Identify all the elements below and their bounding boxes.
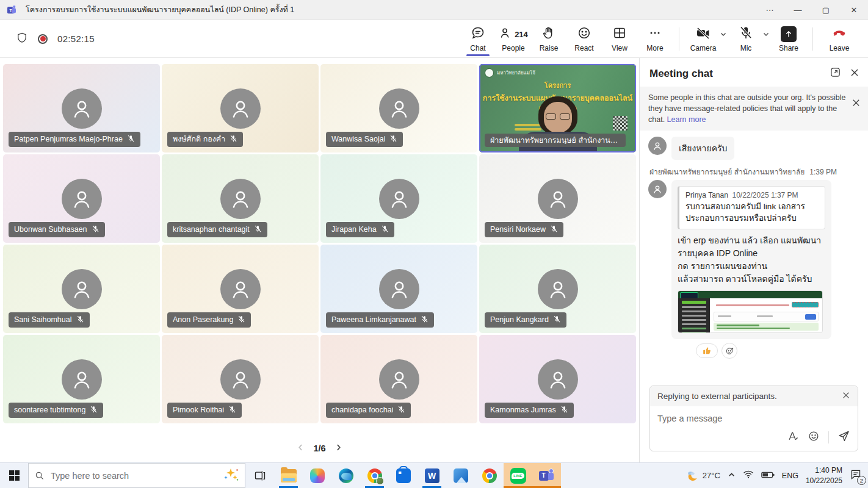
store-taskbar-icon[interactable] xyxy=(389,463,418,488)
chat-button[interactable]: Chat xyxy=(460,25,496,52)
raise-hand-icon xyxy=(541,26,556,43)
line-taskbar-icon[interactable]: LINE xyxy=(504,463,532,488)
wifi-icon[interactable] xyxy=(743,470,754,481)
start-button[interactable] xyxy=(0,463,28,488)
tray-expand-chevron-icon[interactable] xyxy=(728,470,736,481)
mic-off-icon xyxy=(90,406,98,415)
message-time: 1:39 PM xyxy=(809,168,837,176)
mic-off-icon xyxy=(553,315,561,325)
participant-nameplate: kritsanaphan chantagit xyxy=(167,222,267,238)
moon-cloud-icon xyxy=(685,470,699,482)
battery-icon[interactable] xyxy=(761,470,775,481)
window-close-button[interactable]: ✕ xyxy=(840,0,868,20)
window-more-button[interactable]: ⋯ xyxy=(756,0,784,20)
page-indicator: 1/6 xyxy=(313,443,325,453)
participant-tile[interactable]: Kamonmas Jumras xyxy=(479,335,636,423)
word-taskbar-icon[interactable]: W xyxy=(418,463,446,488)
participant-nameplate: Sani Saihomhual xyxy=(9,312,90,328)
participant-tile[interactable]: Sani Saihomhual xyxy=(3,245,160,333)
people-button[interactable]: 214 People xyxy=(496,25,531,52)
more-button[interactable]: More xyxy=(637,25,673,52)
participant-tile[interactable]: พงษ์ศักดิ์ กองคำ xyxy=(162,64,319,152)
language-indicator[interactable]: ENG xyxy=(782,472,798,480)
participant-tile[interactable]: Penjun Kangkard xyxy=(479,245,636,333)
file-explorer-taskbar-icon[interactable] xyxy=(274,463,303,488)
mic-off-icon xyxy=(228,406,236,415)
teams-taskbar-icon[interactable]: T xyxy=(532,463,561,488)
video-stage: Patpen Penjumras Maejo-Phrae พงษ์ศักดิ์ … xyxy=(0,58,639,462)
weather-widget[interactable]: 27°C xyxy=(685,470,720,482)
copilot-taskbar-icon[interactable] xyxy=(303,463,331,488)
participant-nameplate: Patpen Penjumras Maejo-Phrae xyxy=(9,132,140,148)
participant-name: Jirapan Keha xyxy=(331,226,377,234)
mic-off-icon xyxy=(230,135,237,145)
meeting-chat-panel: Meeting chat Some people in this chat ar… xyxy=(639,58,868,462)
edge-taskbar-icon[interactable] xyxy=(331,463,360,488)
participant-tile[interactable]: chanidapa foochai xyxy=(320,335,477,423)
participant-tile[interactable]: มหาวิทยาลัยแม่โจ้ โครงการการใช้งานระบบแผ… xyxy=(479,64,636,152)
mic-off-icon xyxy=(92,225,99,235)
chrome-taskbar-icon[interactable] xyxy=(475,463,504,488)
page-prev-icon[interactable] xyxy=(297,443,305,454)
emoji-icon[interactable] xyxy=(808,430,820,445)
notification-badge: 2 xyxy=(857,476,866,485)
mic-button[interactable]: Mic xyxy=(728,25,764,52)
learn-more-link[interactable]: Learn more xyxy=(667,115,706,124)
participant-grid: Patpen Penjumras Maejo-Phrae พงษ์ศักดิ์ … xyxy=(3,64,636,423)
window-minimize-button[interactable]: — xyxy=(784,0,812,20)
page-next-icon[interactable] xyxy=(335,443,342,454)
participant-name: Penjun Kangkard xyxy=(490,316,549,324)
participant-tile[interactable]: Jirapan Keha xyxy=(320,154,477,243)
dismiss-notice-icon[interactable] xyxy=(852,92,861,110)
participant-name: kritsanaphan chantagit xyxy=(173,226,250,234)
leave-button[interactable]: Leave xyxy=(819,25,859,52)
view-button[interactable]: View xyxy=(602,25,637,52)
avatar xyxy=(648,180,667,198)
chrome-profile-taskbar-icon[interactable] xyxy=(360,463,389,488)
task-view-button[interactable] xyxy=(245,463,274,488)
window-maximize-button[interactable]: ▢ xyxy=(812,0,840,20)
popout-chat-icon[interactable] xyxy=(830,66,841,81)
quote-author: Prinya Tanan xyxy=(685,191,728,199)
reply-banner: Replying to external participants. xyxy=(650,386,858,406)
photos-taskbar-icon[interactable] xyxy=(446,463,475,488)
notification-center-button[interactable]: 2 xyxy=(850,469,862,483)
participant-tile[interactable]: Anon Paserakung xyxy=(162,245,319,333)
search-input[interactable] xyxy=(51,471,217,481)
window-title: โครงการอบรมการใช้งานระบบแผนพัฒนารายบุคคล… xyxy=(26,4,294,16)
participant-tile[interactable]: Ubonwan Subhasaen xyxy=(3,154,160,243)
send-icon[interactable] xyxy=(837,429,850,445)
compose-box: Replying to external participants. xyxy=(649,386,858,451)
participant-tile[interactable]: Pensiri Norkaew xyxy=(479,154,636,243)
participant-tile[interactable]: Patpen Penjumras Maejo-Phrae xyxy=(3,64,160,152)
taskbar-search[interactable] xyxy=(28,463,245,488)
mic-off-icon xyxy=(397,406,405,415)
system-tray: 27°C ENG 1:40 PM 10/22/2025 2 xyxy=(685,463,868,488)
participant-nameplate: ฝ่ายพัฒนาทรัพยากรมนุษย์ สำนักงานมหา... xyxy=(485,134,626,148)
camera-button[interactable]: Camera xyxy=(685,25,721,52)
participant-tile[interactable]: Wanwisa Saojai xyxy=(320,64,477,152)
message-input[interactable] xyxy=(650,406,858,426)
quoted-message[interactable]: Prinya Tanan 10/22/2025 1:37 PM รบกวนสอบ… xyxy=(678,186,825,229)
thumbs-up-reaction[interactable] xyxy=(696,343,718,358)
format-icon[interactable] xyxy=(787,430,799,445)
participant-name: ฝ่ายพัฒนาทรัพยากรมนุษย์ สำนักงานมหา... xyxy=(490,137,620,145)
close-chat-icon[interactable] xyxy=(850,68,859,80)
image-attachment[interactable] xyxy=(678,290,823,333)
mic-off-icon xyxy=(254,225,262,235)
clock[interactable]: 1:40 PM 10/22/2025 xyxy=(806,465,842,485)
react-button[interactable]: React xyxy=(566,25,602,52)
participant-tile[interactable]: Paweena Limkanjanawat xyxy=(320,245,477,333)
participant-tile[interactable]: Pimook Roithai xyxy=(162,335,319,423)
share-button[interactable]: Share xyxy=(771,25,806,52)
add-reaction-button[interactable] xyxy=(722,343,737,359)
quote-time: 10/22/2025 1:37 PM xyxy=(732,191,798,199)
dismiss-reply-icon[interactable] xyxy=(842,391,850,401)
temperature-text: 27°C xyxy=(703,471,720,480)
mic-off-icon xyxy=(127,135,135,145)
raise-hand-button[interactable]: Raise xyxy=(531,25,566,52)
copilot-sparkle-icon xyxy=(223,468,239,483)
participant-nameplate: Penjun Kangkard xyxy=(485,312,566,328)
participant-tile[interactable]: soontaree tubtimtong xyxy=(3,335,160,423)
participant-tile[interactable]: kritsanaphan chantagit xyxy=(162,154,319,243)
